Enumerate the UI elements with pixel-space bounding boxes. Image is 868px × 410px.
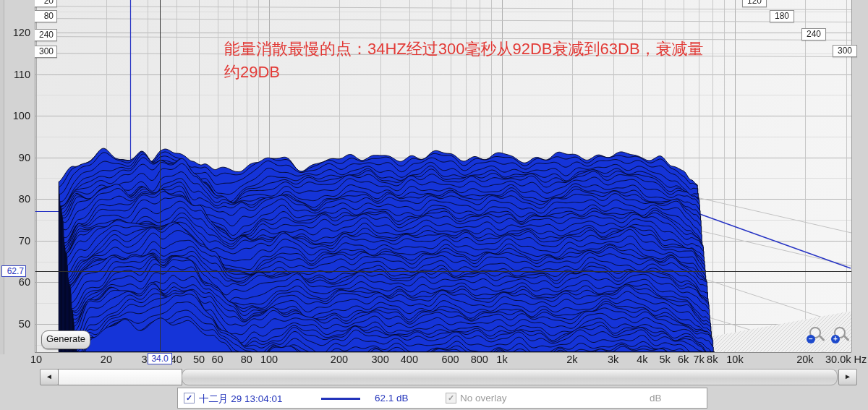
x-tick-label: 80 — [241, 354, 252, 365]
zoom-out-handle — [818, 335, 825, 341]
trace-label[interactable]: 十二月 29 13:04:01 — [199, 393, 283, 406]
scroll-right-button[interactable]: ► — [838, 369, 857, 385]
x-tick-label: 5k — [659, 354, 670, 365]
y-tick-label: 50 — [0, 318, 30, 330]
zoom-in-badge: + — [831, 335, 840, 343]
no-overlay-checkbox[interactable]: ✓ — [446, 393, 456, 403]
time-axis-label-right: 180 — [770, 10, 794, 22]
y-tick-label: 80 — [0, 193, 30, 205]
rew-waterfall-window: 1201101009080706050102030405060801002003… — [0, 0, 868, 410]
panel-left-edge — [0, 0, 4, 354]
y-tick-label: 100 — [0, 110, 30, 121]
trace-line-swatch — [321, 398, 360, 400]
annotation-line-1: 能量消散最慢的点：34HZ经过300毫秒从92DB衰减到63DB，衰减量 — [224, 38, 803, 61]
freq-cursor-readout: 34.0 — [148, 353, 172, 364]
x-tick-label: 1k — [496, 354, 507, 365]
x-tick-label: 7k — [693, 354, 704, 365]
scroll-left-button[interactable]: ◄ — [40, 369, 59, 385]
x-tick-label: 200 — [331, 354, 348, 365]
x-tick-label: 8k — [707, 354, 718, 365]
x-tick-label: 10k — [726, 354, 743, 365]
x-tick-label: 800 — [471, 354, 488, 365]
time-axis-label-right: 120 — [742, 0, 767, 7]
x-tick-label: 400 — [401, 354, 418, 365]
x-tick-label: 30.0k Hz — [825, 354, 867, 365]
x-tick-label: 300 — [372, 354, 389, 365]
legend-panel: ✓ 十二月 29 13:04:01 62.1 dB ✓ No overlay d… — [177, 388, 707, 409]
zoom-out-icon[interactable]: − — [804, 325, 825, 346]
trace-checkbox[interactable]: ✓ — [184, 393, 195, 403]
no-overlay-label: No overlay — [460, 393, 507, 403]
zoom-in-handle — [843, 335, 849, 341]
trace-value: 62.1 dB — [375, 393, 409, 403]
zoom-out-badge: − — [807, 335, 815, 343]
user-annotation: 能量消散最慢的点：34HZ经过300毫秒从92DB衰减到63DB，衰减量 约29… — [224, 38, 803, 84]
unit-label: dB — [650, 393, 662, 403]
time-axis-label-left: 20 — [35, 0, 57, 7]
x-tick-label: 3k — [608, 354, 618, 365]
y-tick-label: 110 — [0, 69, 30, 80]
x-tick-label: 40 — [171, 354, 182, 365]
x-tick-label: 6k — [678, 354, 689, 365]
scrollbar-track-segment[interactable] — [58, 369, 182, 385]
zoom-in-icon[interactable]: + — [829, 325, 849, 346]
x-tick-label: 2k — [566, 354, 577, 365]
generate-button[interactable]: Generate — [41, 330, 90, 349]
db-cursor-readout: 62.7 — [1, 265, 26, 277]
time-axis-label-left: 80 — [35, 10, 57, 22]
scrollbar-thumb[interactable] — [182, 369, 838, 385]
y-tick-label: 120 — [0, 27, 30, 38]
time-axis-label-left: 300 — [35, 46, 57, 58]
x-tick-label: 4k — [637, 354, 647, 365]
x-tick-label: 60 — [211, 354, 223, 365]
x-tick-label: 20k — [796, 354, 813, 365]
x-tick-label: 20 — [101, 354, 112, 365]
horizontal-scrollbar: ◄ ► — [0, 367, 868, 385]
x-tick-label: 100 — [260, 354, 278, 365]
x-tick-label: 600 — [441, 354, 459, 365]
time-axis-label-right: 240 — [801, 28, 826, 40]
y-tick-label: 70 — [0, 235, 30, 247]
time-axis-label-right: 300 — [833, 45, 857, 57]
y-tick-label: 90 — [0, 152, 30, 163]
annotation-line-2: 约29DB — [224, 61, 803, 84]
x-tick-label: 50 — [193, 354, 205, 365]
y-tick-label: 60 — [0, 276, 30, 288]
x-tick-label: 10 — [30, 354, 42, 365]
legend-strip: ✓ 十二月 29 13:04:01 62.1 dB ✓ No overlay d… — [0, 385, 868, 410]
time-axis-label-left: 240 — [35, 29, 57, 41]
